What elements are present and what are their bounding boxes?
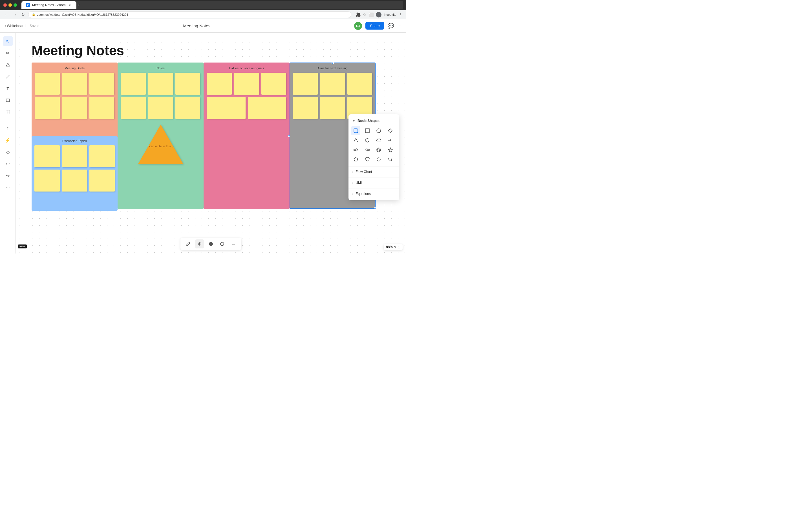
- fill-circle: [209, 242, 213, 246]
- sticky-note[interactable]: [207, 97, 246, 119]
- shape-cloud[interactable]: [374, 136, 383, 145]
- shape-star[interactable]: [386, 145, 395, 154]
- sticky-note[interactable]: [35, 97, 60, 119]
- sticky-note[interactable]: [234, 73, 259, 95]
- table-tool-button[interactable]: [3, 107, 13, 117]
- shape-square-rounded[interactable]: [351, 126, 360, 135]
- sticky-note[interactable]: [89, 97, 114, 119]
- shape-pentagon[interactable]: [351, 155, 360, 164]
- uml-section-header[interactable]: › UML: [349, 179, 399, 187]
- edit-tool-button[interactable]: [184, 239, 193, 248]
- upload-tool-button[interactable]: ↑: [3, 123, 13, 133]
- sticky-note[interactable]: [89, 73, 114, 95]
- tab-close-button[interactable]: ×: [68, 3, 72, 7]
- undo-button[interactable]: ↩: [3, 159, 13, 169]
- zoom-control[interactable]: 88% ∨ ⊡: [384, 244, 403, 250]
- profile-avatar[interactable]: [376, 12, 382, 17]
- sticky-note[interactable]: [62, 170, 87, 191]
- shape-arrow-left-filled[interactable]: [363, 145, 372, 154]
- panel-divider-3: [349, 188, 399, 188]
- line-tool-button[interactable]: [3, 71, 13, 82]
- redo-button[interactable]: ↪: [3, 170, 13, 180]
- sticky-note[interactable]: [35, 170, 60, 191]
- back-to-whiteboards-button[interactable]: ‹ Whiteboards: [4, 24, 28, 28]
- equations-section-header[interactable]: › Equations: [349, 189, 399, 198]
- flow-chart-section-header[interactable]: › Flow Chart: [349, 168, 399, 176]
- shape-hexagon[interactable]: [363, 136, 372, 145]
- comment-icon[interactable]: 💬: [388, 23, 394, 29]
- sticky-note[interactable]: [293, 97, 318, 119]
- shape-select-tool-button[interactable]: [195, 239, 204, 248]
- shape-heart[interactable]: [363, 155, 372, 164]
- shape-triangle[interactable]: [351, 136, 360, 145]
- rectangle-tool-button[interactable]: [3, 95, 13, 105]
- basic-shapes-section-header[interactable]: ▼ Basic Shapes: [349, 117, 399, 125]
- sticky-note[interactable]: [89, 145, 115, 167]
- shape-circle-small[interactable]: [374, 155, 383, 164]
- shape-circle[interactable]: [374, 126, 383, 135]
- sticky-note[interactable]: [320, 73, 345, 95]
- connector-tool-button[interactable]: ⚡: [3, 135, 13, 145]
- shape-square[interactable]: [363, 126, 372, 135]
- shape-trapezoid[interactable]: [386, 155, 395, 164]
- svg-point-15: [377, 158, 380, 161]
- sticky-note[interactable]: [148, 97, 173, 119]
- shape-arrow-right[interactable]: [386, 136, 395, 145]
- bookmark-icon[interactable]: ☆: [363, 12, 366, 17]
- shape-circle-outline[interactable]: [374, 145, 383, 154]
- sticky-note[interactable]: [293, 73, 318, 95]
- active-tab[interactable]: Z Meeting Notes - Zoom ×: [21, 1, 77, 9]
- maximize-button[interactable]: [13, 3, 17, 7]
- sticky-note[interactable]: [121, 97, 146, 119]
- reload-nav-button[interactable]: ↻: [20, 12, 26, 17]
- sticky-note[interactable]: [89, 170, 115, 191]
- share-button[interactable]: Share: [365, 22, 384, 30]
- sticky-note[interactable]: [62, 73, 87, 95]
- new-tab-button[interactable]: +: [78, 3, 80, 8]
- browser-chrome: Z Meeting Notes - Zoom × +: [0, 0, 406, 10]
- pen-tool-button[interactable]: ✏: [3, 48, 13, 58]
- shape-diamond[interactable]: [386, 126, 395, 135]
- address-bar-right: 🎥 ☆ ⬜ Incognito ⋮: [356, 12, 403, 17]
- shape-tool-button[interactable]: [3, 60, 13, 70]
- sticky-note[interactable]: [35, 73, 60, 95]
- url-box[interactable]: 🔒 zoom.us/wb/doc/_GzqzfVOSIKu9apIdkkuMQ/…: [28, 11, 351, 18]
- sticky-note[interactable]: [347, 73, 372, 95]
- sticky-note[interactable]: [121, 73, 146, 95]
- triangle-wrapper[interactable]: I can write in this :): [138, 124, 183, 165]
- fill-tool-button[interactable]: [206, 239, 215, 248]
- discussion-column: Discussion Topics: [32, 136, 117, 211]
- close-button[interactable]: [3, 3, 7, 7]
- shape-arrow-right-filled[interactable]: [351, 145, 360, 154]
- sticky-note[interactable]: [261, 73, 286, 95]
- document-title: Meeting Notes: [39, 23, 354, 28]
- text-tool-button[interactable]: T: [3, 83, 13, 94]
- menu-icon[interactable]: ⋮: [399, 12, 403, 17]
- select-tool-button[interactable]: ↖: [3, 36, 13, 46]
- sticky-note[interactable]: [175, 97, 200, 119]
- minimize-button[interactable]: [8, 3, 12, 7]
- sticky-note[interactable]: [207, 73, 232, 95]
- canvas-area[interactable]: Meeting Notes Meeting Goals: [16, 33, 406, 253]
- forward-nav-button[interactable]: →: [12, 12, 18, 17]
- zoom-chevron[interactable]: ∨: [394, 245, 396, 249]
- meeting-goals-stickies-top: [35, 73, 114, 95]
- sticky-note[interactable]: [35, 145, 60, 167]
- sticky-note[interactable]: [62, 145, 87, 167]
- shapes-tool-button[interactable]: ◇: [3, 147, 13, 157]
- outline-tool-button[interactable]: [218, 239, 227, 248]
- sticky-note[interactable]: [248, 97, 287, 119]
- camera-off-icon: 🎥: [356, 12, 361, 17]
- back-nav-button[interactable]: ←: [3, 12, 10, 17]
- triangle-text: I can write in this :): [138, 144, 183, 148]
- sticky-note[interactable]: [62, 97, 87, 119]
- more-options-icon[interactable]: ···: [397, 23, 402, 29]
- sticky-note[interactable]: [175, 73, 200, 95]
- user-avatar[interactable]: DJ: [354, 22, 362, 30]
- extensions-icon[interactable]: ⬜: [369, 12, 373, 17]
- more-tools-button[interactable]: ⋯: [3, 182, 13, 192]
- sticky-note[interactable]: [320, 97, 345, 119]
- more-bottom-button[interactable]: ···: [229, 239, 238, 248]
- sticky-note[interactable]: [148, 73, 173, 95]
- zoom-fit-button[interactable]: ⊡: [398, 245, 400, 249]
